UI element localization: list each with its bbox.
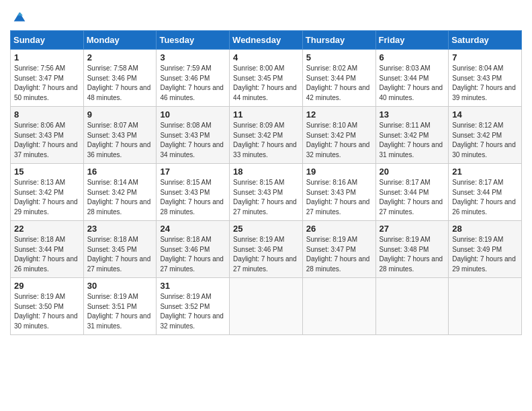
day-number: 13 (380, 109, 445, 120)
calendar-cell: 5 Sunrise: 8:02 AMSunset: 3:44 PMDayligh… (302, 50, 375, 107)
calendar-cell: 27 Sunrise: 8:19 AMSunset: 3:48 PMDaylig… (375, 221, 449, 278)
day-info: Sunrise: 8:19 AMSunset: 3:49 PMDaylight:… (452, 236, 516, 273)
day-number: 16 (87, 167, 153, 177)
calendar-cell: 4 Sunrise: 8:00 AMSunset: 3:45 PMDayligh… (230, 50, 303, 107)
day-info: Sunrise: 8:19 AMSunset: 3:46 PMDaylight:… (233, 236, 297, 273)
calendar-cell: 28 Sunrise: 8:19 AMSunset: 3:49 PMDaylig… (449, 221, 522, 278)
day-number: 5 (306, 52, 372, 62)
calendar-cell: 24 Sunrise: 8:18 AMSunset: 3:46 PMDaylig… (157, 221, 230, 278)
calendar-cell: 6 Sunrise: 8:03 AMSunset: 3:44 PMDayligh… (375, 50, 449, 107)
calendar-cell: 2 Sunrise: 7:58 AMSunset: 3:46 PMDayligh… (83, 50, 157, 107)
calendar-cell: 22 Sunrise: 8:18 AMSunset: 3:44 PMDaylig… (11, 221, 84, 278)
day-info: Sunrise: 8:19 AMSunset: 3:48 PMDaylight:… (380, 236, 443, 273)
day-info: Sunrise: 8:06 AMSunset: 3:43 PMDaylight:… (14, 122, 78, 158)
day-number: 9 (87, 109, 153, 120)
day-info: Sunrise: 8:04 AMSunset: 3:43 PMDaylight:… (452, 64, 516, 101)
day-number: 14 (452, 109, 518, 120)
calendar-table: SundayMondayTuesdayWednesdayThursdayFrid… (10, 30, 522, 335)
day-info: Sunrise: 8:07 AMSunset: 3:43 PMDaylight:… (87, 122, 151, 158)
calendar-cell: 20 Sunrise: 8:17 AMSunset: 3:44 PMDaylig… (375, 164, 449, 221)
calendar-cell: 8 Sunrise: 8:06 AMSunset: 3:43 PMDayligh… (11, 107, 84, 164)
day-info: Sunrise: 7:58 AMSunset: 3:46 PMDaylight:… (87, 64, 151, 101)
day-number: 4 (233, 52, 299, 62)
day-info: Sunrise: 8:12 AMSunset: 3:42 PMDaylight:… (452, 122, 516, 158)
day-number: 1 (14, 52, 80, 62)
day-info: Sunrise: 8:19 AMSunset: 3:47 PMDaylight:… (306, 236, 370, 273)
calendar-cell: 29 Sunrise: 8:19 AMSunset: 3:50 PMDaylig… (11, 278, 84, 335)
day-info: Sunrise: 8:16 AMSunset: 3:43 PMDaylight:… (306, 179, 370, 216)
day-number: 21 (452, 167, 518, 177)
calendar-cell: 16 Sunrise: 8:14 AMSunset: 3:42 PMDaylig… (83, 164, 157, 221)
day-info: Sunrise: 8:03 AMSunset: 3:44 PMDaylight:… (380, 64, 443, 101)
day-number: 3 (160, 52, 226, 62)
calendar-week-3: 15 Sunrise: 8:13 AMSunset: 3:42 PMDaylig… (11, 164, 522, 221)
calendar-week-1: 1 Sunrise: 7:56 AMSunset: 3:47 PMDayligh… (11, 50, 522, 107)
day-number: 2 (87, 52, 153, 62)
calendar-header-sunday: Sunday (11, 31, 84, 50)
calendar-header-thursday: Thursday (302, 31, 375, 50)
day-info: Sunrise: 7:56 AMSunset: 3:47 PMDaylight:… (14, 64, 78, 101)
day-info: Sunrise: 8:18 AMSunset: 3:44 PMDaylight:… (14, 236, 78, 273)
day-info: Sunrise: 8:02 AMSunset: 3:44 PMDaylight:… (306, 64, 370, 101)
calendar-cell: 25 Sunrise: 8:19 AMSunset: 3:46 PMDaylig… (230, 221, 303, 278)
day-number: 19 (306, 167, 372, 177)
day-number: 30 (87, 281, 153, 291)
calendar-cell: 17 Sunrise: 8:15 AMSunset: 3:43 PMDaylig… (157, 164, 230, 221)
calendar-cell: 15 Sunrise: 8:13 AMSunset: 3:42 PMDaylig… (11, 164, 84, 221)
day-number: 6 (380, 52, 445, 62)
day-info: Sunrise: 8:00 AMSunset: 3:45 PMDaylight:… (233, 64, 297, 101)
day-number: 28 (452, 224, 518, 234)
calendar-cell: 11 Sunrise: 8:09 AMSunset: 3:42 PMDaylig… (230, 107, 303, 164)
calendar-header-friday: Friday (375, 31, 449, 50)
calendar-header-saturday: Saturday (449, 31, 522, 50)
calendar-header-wednesday: Wednesday (230, 31, 303, 50)
day-info: Sunrise: 8:19 AMSunset: 3:50 PMDaylight:… (14, 293, 78, 330)
day-number: 17 (160, 167, 226, 177)
calendar-cell: 12 Sunrise: 8:10 AMSunset: 3:42 PMDaylig… (302, 107, 375, 164)
day-number: 10 (160, 109, 226, 120)
day-number: 18 (233, 167, 299, 177)
calendar-cell: 18 Sunrise: 8:15 AMSunset: 3:43 PMDaylig… (230, 164, 303, 221)
day-info: Sunrise: 8:19 AMSunset: 3:52 PMDaylight:… (160, 293, 224, 330)
day-info: Sunrise: 7:59 AMSunset: 3:46 PMDaylight:… (160, 64, 224, 101)
calendar-cell (375, 278, 449, 335)
calendar-cell: 19 Sunrise: 8:16 AMSunset: 3:43 PMDaylig… (302, 164, 375, 221)
day-number: 29 (14, 281, 80, 291)
day-number: 27 (380, 224, 445, 234)
day-info: Sunrise: 8:19 AMSunset: 3:51 PMDaylight:… (87, 293, 151, 330)
day-info: Sunrise: 8:08 AMSunset: 3:43 PMDaylight:… (160, 122, 224, 158)
calendar-cell: 3 Sunrise: 7:59 AMSunset: 3:46 PMDayligh… (157, 50, 230, 107)
calendar-cell: 1 Sunrise: 7:56 AMSunset: 3:47 PMDayligh… (11, 50, 84, 107)
calendar-cell: 9 Sunrise: 8:07 AMSunset: 3:43 PMDayligh… (83, 107, 157, 164)
day-number: 12 (306, 109, 372, 120)
day-number: 8 (14, 109, 80, 120)
calendar-week-4: 22 Sunrise: 8:18 AMSunset: 3:44 PMDaylig… (11, 221, 522, 278)
calendar-cell (449, 278, 522, 335)
day-number: 31 (160, 281, 226, 291)
day-number: 26 (306, 224, 372, 234)
day-number: 22 (14, 224, 80, 234)
page-header (10, 10, 522, 24)
calendar-header-tuesday: Tuesday (157, 31, 230, 50)
calendar-cell: 23 Sunrise: 8:18 AMSunset: 3:45 PMDaylig… (83, 221, 157, 278)
logo-icon (13, 10, 26, 24)
day-info: Sunrise: 8:17 AMSunset: 3:44 PMDaylight:… (452, 179, 516, 216)
day-info: Sunrise: 8:18 AMSunset: 3:45 PMDaylight:… (87, 236, 151, 273)
day-info: Sunrise: 8:17 AMSunset: 3:44 PMDaylight:… (380, 179, 443, 216)
day-number: 20 (380, 167, 445, 177)
day-number: 23 (87, 224, 153, 234)
calendar-cell: 21 Sunrise: 8:17 AMSunset: 3:44 PMDaylig… (449, 164, 522, 221)
calendar-cell: 31 Sunrise: 8:19 AMSunset: 3:52 PMDaylig… (157, 278, 230, 335)
day-number: 24 (160, 224, 226, 234)
calendar-cell: 7 Sunrise: 8:04 AMSunset: 3:43 PMDayligh… (449, 50, 522, 107)
day-info: Sunrise: 8:15 AMSunset: 3:43 PMDaylight:… (160, 179, 224, 216)
logo (10, 10, 26, 24)
day-number: 15 (14, 167, 80, 177)
day-info: Sunrise: 8:10 AMSunset: 3:42 PMDaylight:… (306, 122, 370, 158)
calendar-week-2: 8 Sunrise: 8:06 AMSunset: 3:43 PMDayligh… (11, 107, 522, 164)
calendar-cell (302, 278, 375, 335)
day-number: 25 (233, 224, 299, 234)
calendar-week-5: 29 Sunrise: 8:19 AMSunset: 3:50 PMDaylig… (11, 278, 522, 335)
day-info: Sunrise: 8:14 AMSunset: 3:42 PMDaylight:… (87, 179, 151, 216)
day-info: Sunrise: 8:09 AMSunset: 3:42 PMDaylight:… (233, 122, 297, 158)
